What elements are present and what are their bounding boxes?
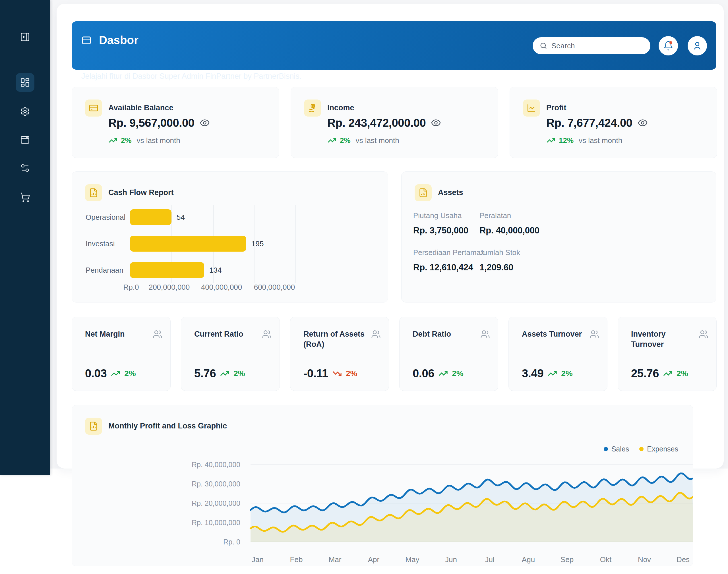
- x-axis-tick: Okt: [600, 555, 611, 564]
- x-axis-tick: Mar: [329, 555, 341, 564]
- users-icon: [262, 329, 272, 339]
- trending-up-icon: [111, 369, 120, 378]
- asset-label: Peralatan: [480, 211, 511, 220]
- notifications-button[interactable]: [659, 36, 678, 55]
- bar: [130, 236, 246, 252]
- preferences-sliders-icon[interactable]: [20, 163, 30, 173]
- y-axis-tick: Rp. 10,000,000: [178, 519, 240, 527]
- line-chart: [72, 405, 693, 566]
- users-icon: [590, 329, 599, 339]
- x-axis-tick: Rp.0: [123, 283, 139, 292]
- kpi-card: Return of Assets (RoA) -0.11 2%: [290, 317, 389, 391]
- trending-up-icon: [546, 136, 555, 145]
- bar-value: 195: [251, 239, 264, 248]
- asset-value: 1,209.60: [480, 262, 513, 273]
- credit-card-icon: [89, 103, 98, 113]
- trending-up-icon: [220, 369, 230, 378]
- assets-title: Assets: [438, 188, 463, 197]
- bar-value: 54: [176, 213, 185, 222]
- x-axis-tick: 600,000,000: [254, 283, 295, 292]
- stat-value: Rp. 9,567,000.00: [108, 117, 195, 129]
- bell-icon: [663, 41, 674, 51]
- kpi-percent: 2%: [234, 369, 245, 378]
- trend-percent: 2%: [340, 136, 351, 145]
- trending-up-icon: [327, 136, 336, 145]
- stat-cards-row: Available Balance Rp. 9,567,000.00 2% vs…: [72, 87, 717, 158]
- file-chart-icon: [89, 188, 98, 198]
- sidebar-toggle-icon[interactable]: [20, 32, 30, 42]
- file-chart-icon: [418, 188, 428, 198]
- x-axis-tick: 400,000,000: [201, 283, 242, 292]
- stat-title: Income: [327, 104, 354, 112]
- bar-category: Investasi: [86, 239, 115, 248]
- search-box[interactable]: [533, 37, 650, 54]
- bar: [130, 262, 204, 278]
- asset-label: Jumlah Stok: [480, 248, 520, 257]
- x-axis-tick: Feb: [290, 555, 303, 564]
- asset-value: Rp. 40,000,000: [480, 226, 539, 236]
- kpi-title: Current Ratio: [194, 329, 259, 339]
- x-axis-tick: Nov: [638, 555, 651, 564]
- page-header: Dasbor Jelajahi fitur di Dasbor Super Ad…: [72, 21, 716, 70]
- x-axis-tick: Apr: [368, 555, 379, 564]
- x-axis-tick: Jul: [485, 555, 494, 564]
- billing-window-icon[interactable]: [20, 135, 30, 145]
- kpi-row: Net Margin 0.03 2% Current Ratio: [72, 317, 717, 391]
- users-icon: [153, 329, 162, 339]
- y-axis-tick: Rp. 30,000,000: [178, 480, 240, 488]
- kpi-title: Debt Ratio: [413, 329, 478, 339]
- stat-card-profit: Profit Rp. 7,677,424.00 12% vs last mont…: [510, 87, 717, 158]
- stat-card-income: Income Rp. 243,472,000.00 2% vs last mon…: [291, 87, 498, 158]
- stat-title: Profit: [546, 104, 566, 112]
- window-icon: [81, 35, 91, 45]
- kpi-percent: 2%: [346, 369, 357, 378]
- kpi-percent: 2%: [561, 369, 572, 378]
- eye-icon[interactable]: [638, 118, 648, 128]
- stat-card-available-balance: Available Balance Rp. 9,567,000.00 2% vs…: [72, 87, 279, 158]
- asset-label: Piutang Usaha: [413, 211, 462, 220]
- profile-button[interactable]: [688, 36, 707, 55]
- eye-icon[interactable]: [200, 118, 210, 128]
- kpi-value: 3.49: [522, 367, 543, 380]
- monthly-profit-loss-card: Monthly Profit and Loss Graphic Sales Ex…: [72, 405, 693, 566]
- x-axis-tick: Jun: [445, 555, 457, 564]
- search-icon: [539, 42, 548, 50]
- sidebar-item-dashboard[interactable]: [16, 73, 34, 92]
- kpi-card: Assets Turnover 3.49 2%: [509, 317, 607, 391]
- asset-value: Rp. 3,750,000: [413, 226, 469, 236]
- search-input[interactable]: [552, 42, 644, 50]
- kpi-percent: 2%: [452, 369, 463, 378]
- trending-up-icon: [108, 136, 117, 145]
- kpi-value: -0.11: [304, 367, 328, 380]
- shopping-cart-icon[interactable]: [20, 192, 30, 202]
- x-axis-tick: May: [405, 555, 419, 564]
- kpi-title: Assets Turnover: [522, 329, 587, 339]
- kpi-value: 5.76: [194, 367, 216, 380]
- trend-label: vs last month: [137, 136, 180, 145]
- bar-row-investasi: Investasi 195: [72, 236, 388, 252]
- page-title: Dasbor: [99, 34, 138, 47]
- bar-row-operasional: Operasional 54: [72, 209, 388, 225]
- y-axis-tick: Rp. 40,000,000: [178, 460, 240, 469]
- kpi-card: Current Ratio 5.76 2%: [181, 317, 280, 391]
- y-axis-tick: Rp. 20,000,000: [178, 499, 240, 507]
- bar-row-pendanaan: Pendanaan 134: [72, 262, 388, 278]
- users-icon: [371, 329, 381, 339]
- asset-value: Rp. 12,610,424: [413, 262, 473, 273]
- stat-value: Rp. 243,472,000.00: [327, 117, 426, 129]
- trending-up-icon: [548, 369, 557, 378]
- x-axis-tick: Des: [677, 555, 690, 564]
- eye-icon[interactable]: [431, 118, 441, 128]
- settings-gear-icon[interactable]: [20, 106, 30, 117]
- x-axis-tick: Agu: [522, 555, 535, 564]
- trending-up-icon: [663, 369, 673, 378]
- stat-value: Rp. 7,677,424.00: [546, 117, 633, 129]
- sidebar: [0, 0, 50, 475]
- notification-dot: [670, 41, 672, 44]
- stat-title: Available Balance: [108, 104, 173, 112]
- kpi-value: 0.03: [85, 367, 107, 380]
- trend-percent: 2%: [121, 136, 132, 145]
- users-icon: [480, 329, 490, 339]
- kpi-card: Inventory Turnover 25.76 2%: [618, 317, 717, 391]
- cash-flow-report-card: Cash Flow Report Operasional 54 Investas…: [72, 171, 388, 302]
